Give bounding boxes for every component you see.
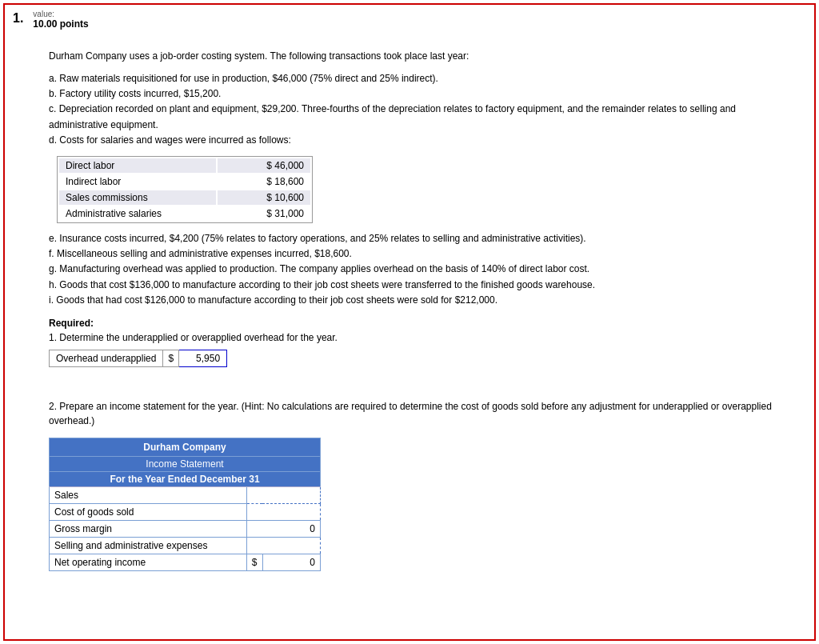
table-row: Sales commissions $ 10,600 — [59, 190, 310, 205]
section2: 2. Prepare an income statement for the y… — [49, 399, 782, 571]
salary-amount: $ 10,600 — [218, 190, 310, 205]
transaction-list: a. Raw materials requisitioned for use i… — [49, 71, 782, 148]
transaction-b: b. Factory utility costs incurred, $15,2… — [49, 86, 782, 102]
transaction-d: d. Costs for salaries and wages were inc… — [49, 133, 782, 148]
transaction-h: h. Goods that cost $136,000 to manufactu… — [49, 278, 782, 293]
table-row: Net operating income $ 0 — [50, 554, 321, 570]
net-income-value[interactable]: 0 — [262, 554, 320, 570]
question-header: 1. value: 10.00 points — [5, 5, 814, 33]
intro-text: Durham Company uses a job-order costing … — [49, 49, 782, 63]
net-income-dollar: $ — [246, 554, 262, 570]
overhead-dollar-sign: $ — [163, 350, 179, 367]
overhead-row: Overhead underapplied $ 5,950 — [49, 350, 782, 367]
more-transactions: e. Insurance costs incurred, $4,200 (75%… — [49, 231, 782, 308]
salary-label: Direct labor — [59, 158, 216, 173]
table-row: Cost of goods sold — [50, 503, 321, 520]
row-label: Gross margin — [50, 520, 247, 537]
table-row: Direct labor $ 46,000 — [59, 158, 310, 173]
row-label: Sales — [50, 486, 247, 503]
table-row: Selling and administrative expenses — [50, 537, 321, 554]
transaction-f: f. Miscellaneous selling and administrat… — [49, 246, 782, 262]
company-header-row: Durham Company — [50, 438, 321, 456]
overhead-label: Overhead underapplied — [49, 350, 163, 367]
cogs-input[interactable] — [246, 503, 320, 520]
transaction-c: c. Depreciation recorded on plant and eq… — [49, 102, 782, 132]
company-name: Durham Company — [50, 438, 321, 456]
required-section: Required: 1. Determine the underapplied … — [49, 318, 782, 343]
salary-label: Indirect labor — [59, 174, 216, 189]
gross-margin-value[interactable]: 0 — [246, 520, 320, 537]
salary-table: Direct labor $ 46,000 Indirect labor $ 1… — [57, 156, 313, 223]
question-value: value: 10.00 points — [33, 10, 88, 30]
row-label: Selling and administrative expenses — [50, 537, 247, 554]
transaction-g: g. Manufacturing overhead was applied to… — [49, 262, 782, 277]
salary-amount: $ 31,000 — [218, 206, 310, 221]
required-1-text: 1. Determine the underapplied or overapp… — [49, 332, 782, 343]
required-label: Required: — [49, 318, 782, 329]
salary-amount: $ 46,000 — [218, 158, 310, 173]
row-label: Cost of goods sold — [50, 503, 247, 520]
table-row: Administrative salaries $ 31,000 — [59, 206, 310, 221]
value-label: value: — [33, 10, 88, 18]
page-container: 1. value: 10.00 points Durham Company us… — [3, 3, 816, 641]
stmt-title: Income Statement — [50, 456, 321, 471]
table-row: Sales — [50, 486, 321, 503]
table-row: Indirect labor $ 18,600 — [59, 174, 310, 189]
date-header-row: For the Year Ended December 31 — [50, 471, 321, 486]
title-header-row: Income Statement — [50, 456, 321, 471]
salary-label: Sales commissions — [59, 190, 216, 205]
salary-label: Administrative salaries — [59, 206, 216, 221]
question-number: 1. — [13, 11, 23, 26]
transaction-i: i. Goods that had cost $126,000 to manuf… — [49, 293, 782, 308]
sga-input[interactable] — [246, 537, 320, 554]
stmt-date: For the Year Ended December 31 — [50, 471, 321, 486]
income-statement-table: Durham Company Income Statement For the … — [49, 438, 321, 571]
sales-input[interactable] — [246, 486, 320, 503]
row-label: Net operating income — [50, 554, 247, 570]
transaction-e: e. Insurance costs incurred, $4,200 (75%… — [49, 231, 782, 246]
salary-amount: $ 18,600 — [218, 174, 310, 189]
value-number: 10.00 points — [33, 18, 88, 30]
table-row: Gross margin 0 — [50, 520, 321, 537]
required-2-text: 2. Prepare an income statement for the y… — [49, 399, 782, 428]
overhead-value[interactable]: 5,950 — [179, 350, 227, 367]
transaction-a: a. Raw materials requisitioned for use i… — [49, 71, 782, 86]
main-content: Durham Company uses a job-order costing … — [5, 33, 814, 587]
